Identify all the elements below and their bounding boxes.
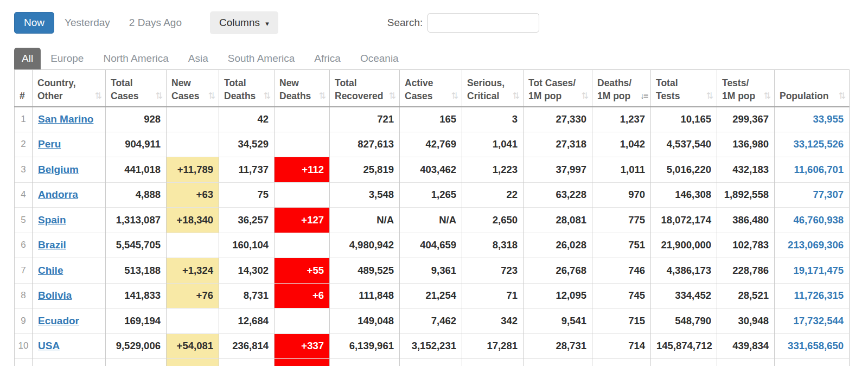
yesterday-link[interactable]: Yesterday xyxy=(65,17,110,29)
cell-population[interactable]: 33,955 xyxy=(775,107,850,132)
columns-dropdown-button[interactable]: Columns ▾ xyxy=(210,11,278,34)
table-row: 6Brazil5,545,705160,1044,980,942404,6598… xyxy=(15,233,850,258)
column-header-serious-critical[interactable]: Serious,Critical⇅ xyxy=(462,70,524,107)
two-days-ago-link[interactable]: 2 Days Ago xyxy=(129,17,182,29)
column-label: # xyxy=(20,89,27,103)
column-header-total-cases[interactable]: TotalCases⇅ xyxy=(106,70,167,107)
cell-total-tests: 5,016,220 xyxy=(651,157,717,183)
sort-icon: ⇅ xyxy=(319,91,326,101)
cell-deaths-1m: 775 xyxy=(592,208,651,233)
column-header-active-cases[interactable]: ActiveCases⇅ xyxy=(400,70,462,107)
cell-population[interactable]: 33,125,526 xyxy=(775,132,850,157)
sort-icon: ⇅ xyxy=(451,91,458,101)
cell-new-deaths xyxy=(275,309,330,334)
cell-new-cases: +1,324 xyxy=(167,258,219,284)
cell-population[interactable]: 46,760,938 xyxy=(775,208,850,233)
table-row: 8Bolivia141,833+768,731+6111,84821,25471… xyxy=(15,283,850,309)
country-link[interactable]: Bolivia xyxy=(38,290,72,301)
sort-icon: ⇅ xyxy=(764,91,771,101)
cell-total-recovered: 4,980,942 xyxy=(330,233,400,258)
cell-tests-1m: 299,367 xyxy=(717,107,775,132)
cell-population[interactable]: 331,658,650 xyxy=(775,333,850,359)
table-row: 3Belgium441,018+11,78911,737+11225,81940… xyxy=(15,157,850,183)
cell-new-cases: +54,081 xyxy=(167,333,219,359)
sort-icon: ⇅ xyxy=(706,91,713,101)
cell-total-deaths: 75 xyxy=(219,182,275,208)
country-link[interactable]: San Marino xyxy=(38,113,93,125)
cell-total-recovered: 489,525 xyxy=(330,258,400,284)
cell-country: Andorra xyxy=(33,182,106,208)
table-row: 10USA9,529,006+54,081236,814+3376,139,96… xyxy=(15,333,850,359)
search-label: Search: xyxy=(387,17,423,29)
column-header-country[interactable]: Country,Other⇅ xyxy=(33,70,106,107)
tab-north-america[interactable]: North America xyxy=(93,48,178,69)
cell-serious-critical xyxy=(462,359,524,366)
cell-num xyxy=(15,359,33,366)
country-link[interactable]: Spain xyxy=(38,214,66,226)
column-header-total-deaths[interactable]: TotalDeaths⇅ xyxy=(219,70,275,107)
cell-population[interactable]: 17,732,544 xyxy=(775,309,850,334)
cell-population[interactable]: 11,726,315 xyxy=(775,283,850,309)
column-header-total-recovered[interactable]: TotalRecovered⇅ xyxy=(330,70,400,107)
cell-tests-1m: 1,892,558 xyxy=(717,182,775,208)
country-link[interactable]: Peru xyxy=(38,138,61,150)
sort-icon: ⇅ xyxy=(156,91,163,101)
cell-total-deaths xyxy=(219,359,275,366)
cell-total-recovered: 25,819 xyxy=(330,157,400,183)
cell-serious-critical: 1,223 xyxy=(462,157,524,183)
column-header-tests-1m[interactable]: Tests/1M pop⇅ xyxy=(717,70,775,107)
cell-deaths-1m: 745 xyxy=(592,283,651,309)
cell-total-recovered: N/A xyxy=(330,208,400,233)
cell-num: 9 xyxy=(15,309,33,334)
tab-europe[interactable]: Europe xyxy=(41,48,93,69)
cell-total-tests: 10,165 xyxy=(651,107,717,132)
tab-africa[interactable]: Africa xyxy=(304,48,350,69)
country-link[interactable]: Brazil xyxy=(38,239,66,251)
sort-icon: ⇅ xyxy=(582,91,589,101)
cell-population[interactable]: 11,606,701 xyxy=(775,157,850,183)
country-link[interactable]: Belgium xyxy=(38,164,79,175)
column-header-new-deaths[interactable]: NewDeaths⇅ xyxy=(275,70,330,107)
cell-tests-1m: 432,183 xyxy=(717,157,775,183)
country-link[interactable]: Chile xyxy=(38,265,63,276)
search-group: Search: xyxy=(387,13,539,33)
cell-num: 1 xyxy=(15,107,33,132)
country-link[interactable]: Andorra xyxy=(38,189,78,200)
column-header-total-tests[interactable]: TotalTests⇅ xyxy=(651,70,717,107)
cell-population[interactable]: 19,171,475 xyxy=(775,258,850,284)
cell-total-tests: 548,790 xyxy=(651,309,717,334)
column-label: Total xyxy=(335,76,394,90)
column-header-new-cases[interactable]: NewCases⇅ xyxy=(167,70,219,107)
cell-active-cases xyxy=(400,359,462,366)
cell-total-recovered: 111,848 xyxy=(330,283,400,309)
cell-tot-cases-1m: 28,081 xyxy=(524,208,592,233)
tab-asia[interactable]: Asia xyxy=(178,48,218,69)
column-label: Cases xyxy=(111,89,161,103)
cell-population[interactable]: 77,307 xyxy=(775,182,850,208)
cell-country: Peru xyxy=(33,132,106,157)
country-link[interactable]: Ecuador xyxy=(38,315,79,326)
sort-desc-icon: ↓≡ xyxy=(640,91,647,101)
cell-population[interactable]: 213,069,306 xyxy=(775,233,850,258)
tab-oceania[interactable]: Oceania xyxy=(350,48,409,69)
search-input[interactable] xyxy=(427,13,539,33)
column-header-tot-cases-1m[interactable]: Tot Cases/1M pop⇅ xyxy=(524,70,592,107)
cell-new-cases: +11,789 xyxy=(167,157,219,183)
cell-num: 4 xyxy=(15,182,33,208)
country-link[interactable]: USA xyxy=(38,340,60,351)
covid-stats-table: #Country,Other⇅TotalCases⇅NewCases⇅Total… xyxy=(14,69,850,366)
cell-total-deaths: 14,302 xyxy=(219,258,275,284)
tab-south-america[interactable]: South America xyxy=(218,48,305,69)
column-header-deaths-1m[interactable]: Deaths/1M pop↓≡ xyxy=(592,70,651,107)
table-row: 2Peru904,91134,529827,61342,7691,04127,3… xyxy=(15,132,850,157)
cell-new-cases xyxy=(167,309,219,334)
cell-active-cases: 404,659 xyxy=(400,233,462,258)
now-button[interactable]: Now xyxy=(14,12,54,34)
cell-total-deaths: 8,731 xyxy=(219,283,275,309)
cell-deaths-1m: 751 xyxy=(592,233,651,258)
column-header-population[interactable]: Population⇅ xyxy=(775,70,850,107)
cell-deaths-1m: 1,042 xyxy=(592,132,651,157)
column-label: Tests/ xyxy=(722,76,769,90)
tab-all[interactable]: All xyxy=(14,48,41,69)
cell-tests-1m: 439,834 xyxy=(717,333,775,359)
